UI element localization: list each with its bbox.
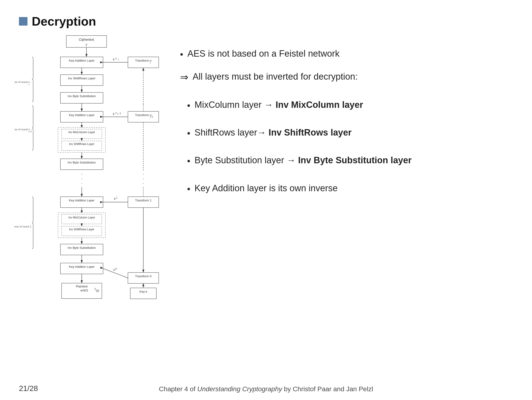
sub-bullet-2: • ShiftRows layer→ Inv ShiftRows layer: [187, 126, 512, 140]
aes-decryption-diagram: Ciphertext y inverse of round n r Key Ad…: [14, 33, 175, 384]
svg-text:Inv ShiftRows Layer: Inv ShiftRows Layer: [69, 228, 95, 231]
sub-bullets: • MixColumn layer → Inv MixColumn layer …: [187, 99, 512, 195]
sub-bullet-text-2: ShiftRows layer→ Inv ShiftRows layer: [195, 126, 512, 139]
svg-text:Inv MixColumn Layer: Inv MixColumn Layer: [69, 216, 95, 219]
sub-bullet-text-3: Byte Substitution layer → Inv Byte Subst…: [195, 154, 512, 167]
sub-bullet-dot-3: •: [187, 155, 190, 168]
svg-text:Transform  n: Transform n: [135, 113, 152, 117]
svg-text:Key Addition Layer: Key Addition Layer: [69, 59, 95, 62]
page-title: Decryption: [32, 14, 96, 28]
svg-rect-79: [60, 263, 103, 274]
svg-text:·: ·: [143, 176, 144, 181]
svg-text:Inv ShiftRows Layer: Inv ShiftRows Layer: [68, 77, 95, 80]
svg-text:= AES: = AES: [80, 289, 88, 292]
svg-text:Inv MixColumn Layer: Inv MixColumn Layer: [69, 131, 95, 134]
svg-text:Inv Byte Substitution: Inv Byte Substitution: [68, 161, 96, 164]
svg-text:Inv Byte Substitution: Inv Byte Substitution: [68, 94, 96, 98]
bullet-dot-1: •: [180, 48, 183, 61]
svg-text:k: k: [114, 197, 116, 200]
svg-text:Transform  n: Transform n: [135, 59, 152, 62]
content-area: • AES is not based on a Feistel network …: [180, 47, 512, 210]
svg-rect-11: [60, 75, 103, 85]
svg-rect-86: [130, 288, 156, 299]
svg-text:inverse of round  n: inverse of round n: [14, 128, 30, 131]
svg-rect-14: [60, 92, 103, 103]
svg-text:Transform  1: Transform 1: [135, 199, 152, 202]
svg-text:k: k: [113, 58, 115, 61]
sub-bullet-dot-2: •: [187, 127, 190, 140]
svg-text:n: n: [115, 112, 117, 114]
svg-text:Key Addition Layer: Key Addition Layer: [69, 265, 95, 269]
implies-arrow: ⇒: [180, 70, 188, 84]
svg-rect-81: [128, 272, 159, 284]
svg-text:·: ·: [143, 181, 144, 186]
sub-bullet-dot-4: •: [187, 183, 190, 195]
svg-text:k: k: [114, 268, 115, 271]
svg-text:Key Addition Layer: Key Addition Layer: [69, 199, 95, 202]
svg-text:inverse of round 1: inverse of round 1: [14, 225, 31, 228]
svg-text:·: ·: [143, 171, 144, 176]
sub-bullet-text-4: Key Addition layer is its own inverse: [195, 182, 512, 194]
sub-bullet-1: • MixColumn layer → Inv MixColumn layer: [187, 99, 512, 112]
svg-text:·: ·: [81, 171, 82, 176]
svg-text:Ciphertext: Ciphertext: [79, 38, 94, 41]
svg-text:k: k: [113, 112, 115, 116]
svg-text:·: ·: [81, 181, 82, 186]
svg-text:·: ·: [81, 176, 82, 181]
footer: Chapter 4 of Understanding Cryptography …: [0, 385, 532, 393]
svg-text:n: n: [115, 57, 117, 60]
svg-text:−1: −1: [118, 112, 121, 115]
bullet-text-1: AES is not based on a Feistel network: [187, 47, 512, 60]
svg-rect-59: [60, 197, 103, 208]
svg-text:(y): (y): [96, 289, 99, 292]
sub-bullet-text-1: MixColumn layer → Inv MixColumn layer: [195, 99, 512, 111]
implies-text: All layers must be inverted for decrypti…: [193, 70, 512, 83]
header: Decryption: [19, 14, 96, 28]
svg-text:r: r: [118, 58, 119, 61]
svg-rect-71: [128, 197, 159, 208]
svg-text:0: 0: [115, 268, 117, 270]
bullet-1: • AES is not based on a Feistel network: [180, 47, 512, 61]
implies-item: ⇒ All layers must be inverted for decryp…: [180, 70, 512, 84]
svg-text:Key  k: Key k: [139, 290, 147, 293]
header-icon: [19, 17, 27, 26]
svg-rect-16: [128, 57, 159, 68]
svg-text:−1: −1: [150, 115, 153, 118]
diagram-area: Ciphertext y inverse of round n r Key Ad…: [14, 33, 175, 384]
svg-text:−1: −1: [29, 130, 32, 133]
svg-rect-28: [60, 111, 103, 122]
footer-text: Chapter 4 of Understanding Cryptography …: [159, 385, 373, 393]
sub-bullet-4: • Key Addition layer is its own inverse: [187, 182, 512, 195]
svg-text:Plaintext: Plaintext: [76, 285, 88, 288]
svg-rect-38: [60, 159, 103, 170]
sub-bullet-dot-1: •: [187, 100, 190, 112]
svg-rect-40: [128, 111, 159, 122]
svg-text:Inv ShiftRows Layer: Inv ShiftRows Layer: [69, 142, 95, 146]
svg-rect-69: [60, 244, 103, 255]
sub-bullet-3: • Byte Substitution layer → Inv Byte Sub…: [187, 154, 512, 168]
svg-text:Transform  0: Transform 0: [135, 274, 152, 278]
svg-text:inverse of round  n: inverse of round n: [14, 81, 30, 84]
svg-rect-8: [60, 57, 103, 68]
svg-text:Inv Byte Substitution: Inv Byte Substitution: [68, 246, 96, 250]
svg-text:Key Addition Layer: Key Addition Layer: [69, 113, 95, 117]
svg-text:1: 1: [116, 196, 117, 199]
